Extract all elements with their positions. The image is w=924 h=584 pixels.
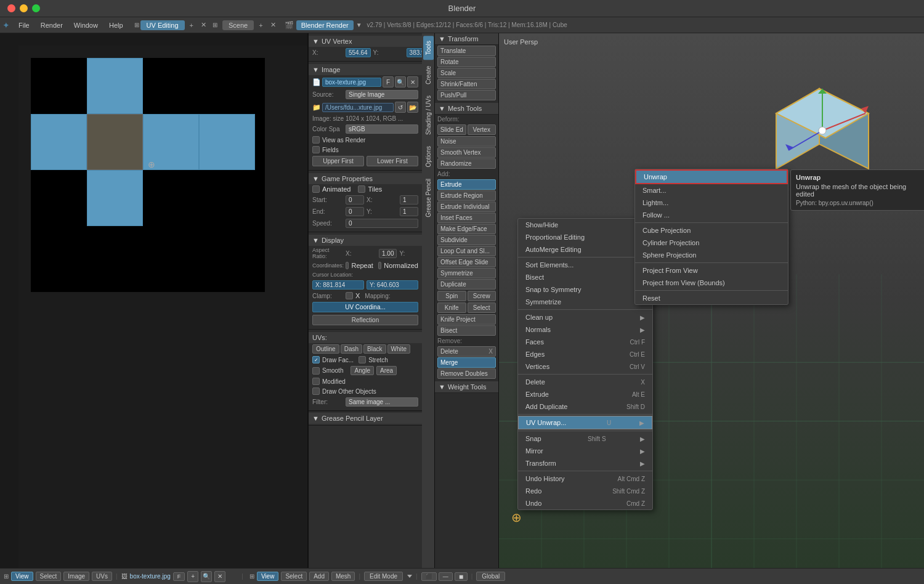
offset-edge-btn[interactable]: Offset Edge Slide [437, 257, 496, 267]
animated-check[interactable] [312, 185, 320, 193]
symmetrize-btn[interactable]: Symmetrize [437, 268, 496, 278]
edge-select-btn[interactable]: — [439, 572, 453, 581]
lightmap-item[interactable]: Lightm... [635, 197, 788, 209]
tab-close[interactable]: ✕ [198, 20, 209, 30]
shading-uvs-tab[interactable]: Shading / UVs [423, 91, 434, 140]
reset-item[interactable]: Reset [635, 292, 788, 304]
uv-pin-btn[interactable]: F [173, 572, 185, 581]
uv-face-front[interactable] [87, 114, 143, 170]
start-val[interactable]: 0 [346, 195, 364, 205]
make-edge-face-btn[interactable]: Make Edge/Face [437, 224, 496, 234]
ctx-snap-symmetry[interactable]: Snap to Symmetry [518, 283, 652, 296]
view-btn-right[interactable]: View [257, 572, 279, 581]
tools-tab[interactable]: Tools [423, 36, 434, 60]
slide-ed-btn[interactable]: Slide Ed [437, 124, 466, 135]
cube-projection-item[interactable]: Cube Projection [635, 224, 788, 237]
mode-selector[interactable]: Edit Mode [364, 572, 403, 581]
options-tab[interactable]: Options [423, 141, 434, 172]
global-mode[interactable]: Global [476, 572, 505, 581]
push-pull-btn[interactable]: Push/Pull [437, 90, 496, 100]
create-tab[interactable]: Create [423, 61, 434, 89]
ctx-snap[interactable]: Snap Shift S ▶ [518, 432, 652, 445]
dash-btn[interactable]: Dash [341, 344, 362, 354]
ctx-edges[interactable]: Edges Ctrl E [518, 348, 652, 360]
uv-face-left[interactable] [31, 114, 87, 170]
speed-val[interactable]: 0 [346, 219, 418, 228]
menu-window[interactable]: Window [69, 20, 103, 30]
unwrap-item[interactable]: Unwrap [635, 169, 788, 184]
workspace-tab[interactable]: UV Editing [140, 20, 185, 30]
close-button[interactable] [7, 4, 15, 12]
angle-btn[interactable]: Angle [351, 366, 374, 375]
ctx-redo[interactable]: Redo Shift Cmd Z [518, 485, 652, 497]
source-dropdown[interactable]: Single Image [346, 90, 418, 99]
gx-val[interactable]: 1 [400, 195, 418, 205]
extrude-individual-btn[interactable]: Extrude Individual [437, 201, 496, 212]
view-as-render-check[interactable] [312, 136, 320, 144]
refresh-btn[interactable]: ↺ [395, 102, 406, 113]
rotate-btn[interactable]: Rotate [437, 57, 496, 67]
black-btn[interactable]: Black [363, 344, 386, 354]
modified-check[interactable] [312, 378, 320, 385]
ctx-proportional-editing[interactable]: Proportional Editing ▶ [518, 231, 652, 243]
inset-faces-btn[interactable]: Inset Faces [437, 213, 496, 223]
ctx-bisect[interactable]: Bisect [518, 271, 652, 283]
draw-faces-check[interactable]: ✓ [312, 356, 320, 363]
uv-face-extra[interactable] [199, 114, 255, 170]
draw-other-check[interactable] [312, 387, 320, 395]
vertex-btn[interactable]: Vertex [468, 124, 496, 135]
path-display[interactable]: /Users/fdu...xture.jpg [322, 103, 394, 112]
uv-close-btn[interactable]: ✕ [214, 571, 225, 582]
filename[interactable]: box-texture.jpg [322, 78, 381, 87]
loop-cut-btn[interactable]: Loop Cut and Sl... [437, 246, 496, 256]
scene-tab[interactable]: Scene [222, 20, 254, 30]
repeat-check[interactable] [346, 262, 349, 269]
ctx-extrude[interactable]: Extrude Alt E [518, 388, 652, 400]
viewport-3d[interactable]: User Persp [499, 33, 924, 568]
knife-project-btn[interactable]: Knife Project [437, 314, 496, 325]
path-btn[interactable]: 📂 [407, 102, 418, 113]
ctx-automerge[interactable]: AutoMerge Editing [518, 243, 652, 256]
uv-face-bottom[interactable] [87, 170, 143, 226]
f-badge[interactable]: F [383, 76, 394, 87]
smooth-check[interactable] [312, 367, 320, 375]
colorspace-dropdown[interactable]: sRGB [346, 124, 418, 134]
project-from-view-bounds-item[interactable]: Project from View (Bounds) [635, 277, 788, 289]
reflection-btn[interactable]: Reflection [312, 315, 418, 325]
sphere-projection-item[interactable]: Sphere Projection [635, 249, 788, 261]
screw-btn[interactable]: Screw [468, 291, 496, 301]
clamp-x-check[interactable] [346, 292, 353, 299]
randomize-btn[interactable]: Randomize [437, 158, 496, 169]
knife-btn[interactable]: Knife [437, 302, 466, 313]
merge-btn[interactable]: Merge [437, 357, 496, 368]
scene-tab-close[interactable]: ✕ [268, 20, 278, 30]
menu-render[interactable]: Render [36, 20, 68, 30]
area-btn[interactable]: Area [376, 366, 397, 375]
uv-add-btn[interactable]: + [187, 571, 198, 582]
menu-help[interactable]: Help [104, 20, 128, 30]
follow-active-item[interactable]: Follow ... [635, 209, 788, 221]
bisect-btn[interactable]: Bisect [437, 325, 496, 336]
x-value[interactable]: 554.64 [346, 48, 371, 57]
image-btn[interactable]: Image [63, 572, 89, 581]
outline-btn[interactable]: Outline [312, 344, 339, 354]
ctx-transform[interactable]: Transform ▶ [518, 457, 652, 469]
ctx-clean-up[interactable]: Clean up ▶ [518, 311, 652, 323]
y-value[interactable]: 383.98 [407, 48, 422, 57]
mode-arrow[interactable] [407, 575, 412, 578]
cursor-y[interactable]: Y: 640.603 [367, 280, 418, 290]
delete-btn[interactable]: Delete X [437, 346, 496, 357]
grease-pencil-tab[interactable]: Grease Pencil [423, 174, 434, 222]
lower-first-btn[interactable]: Lower First [367, 156, 418, 166]
scale-btn[interactable]: Scale [437, 68, 496, 78]
shrink-fatten-btn[interactable]: Shrink/Fatten [437, 79, 496, 89]
ctx-undo[interactable]: Undo Cmd Z [518, 497, 652, 509]
minimize-button[interactable] [20, 4, 28, 12]
smooth-vertex-btn[interactable]: Smooth Vertex [437, 147, 496, 158]
ax-val[interactable]: 1.00 [379, 249, 397, 258]
duplicate-btn[interactable]: Duplicate [437, 279, 496, 290]
cursor-x[interactable]: X: 881.814 [312, 280, 364, 290]
add-btn-right[interactable]: Add [309, 572, 329, 581]
noise-btn[interactable]: Noise [437, 136, 496, 147]
white-btn[interactable]: White [387, 344, 411, 354]
